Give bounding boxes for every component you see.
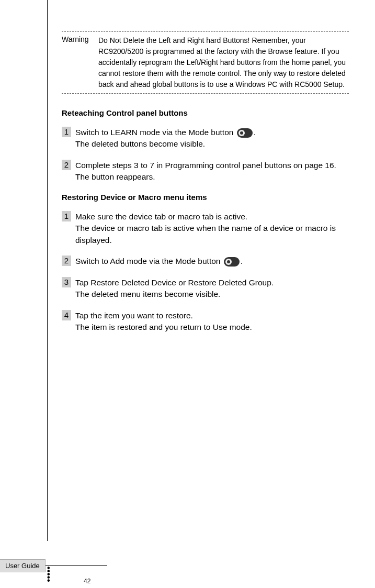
step-text: Make sure the device tab or macro tab is… bbox=[75, 211, 349, 246]
mode-button-icon bbox=[237, 128, 253, 138]
step-text: Complete steps 3 to 7 in Programming con… bbox=[75, 160, 349, 183]
step-result: The item is restored and you return to U… bbox=[75, 323, 252, 331]
vertical-rule bbox=[47, 0, 48, 541]
step-item: 2 Switch to Add mode via the Mode button… bbox=[62, 256, 349, 267]
step-text: Switch to Add mode via the Mode button . bbox=[75, 256, 349, 267]
warning-label: Warning bbox=[62, 35, 98, 90]
warning-box: Warning Do Not Delete the Left and Right… bbox=[62, 31, 349, 94]
warning-text: Do Not Delete the Left and Right hard Bu… bbox=[98, 35, 349, 90]
step-text-after: . bbox=[241, 257, 243, 265]
step-item: 4 Tap the item you want to restore. The … bbox=[62, 310, 349, 334]
footer-dots: ••••• bbox=[47, 567, 50, 582]
step-text: Tap the item you want to restore. The it… bbox=[75, 310, 349, 334]
step-text: Tap Restore Deleted Device or Restore De… bbox=[75, 277, 349, 301]
section-heading-reteaching: Reteaching Control panel buttons bbox=[62, 108, 349, 117]
step-result: The deleted buttons become visible. bbox=[75, 139, 205, 148]
step-item: 3 Tap Restore Deleted Device or Restore … bbox=[62, 277, 349, 301]
mode-button-icon bbox=[224, 257, 240, 267]
step-text-after: . bbox=[254, 128, 256, 137]
step-text-main: Tap the item you want to restore. bbox=[75, 311, 193, 320]
step-item: 2 Complete steps 3 to 7 in Programming c… bbox=[62, 160, 349, 183]
step-number: 1 bbox=[62, 127, 71, 137]
step-result: The button reappears. bbox=[75, 172, 155, 181]
step-number: 2 bbox=[62, 256, 71, 266]
step-number: 4 bbox=[62, 310, 71, 320]
step-result: The device or macro tab is active when t… bbox=[75, 224, 336, 244]
step-text-main: Tap Restore Deleted Device or Restore De… bbox=[75, 278, 274, 287]
section-heading-restoring: Restoring Device or Macro menu items bbox=[62, 193, 349, 202]
footer-label: User Guide bbox=[0, 559, 46, 572]
step-text-before: Switch to LEARN mode via the Mode button bbox=[75, 128, 236, 137]
step-text-main: Complete steps 3 to 7 in Programming con… bbox=[75, 161, 336, 170]
page-number: 42 bbox=[84, 578, 90, 585]
step-result: The deleted menu items become visible. bbox=[75, 290, 220, 298]
step-text-before: Switch to Add mode via the Mode button bbox=[75, 257, 223, 265]
step-text: Switch to LEARN mode via the Mode button… bbox=[75, 127, 349, 150]
step-number: 1 bbox=[62, 211, 71, 221]
step-number: 2 bbox=[62, 160, 71, 170]
step-item: 1 Make sure the device tab or macro tab … bbox=[62, 211, 349, 246]
step-number: 3 bbox=[62, 277, 71, 287]
step-text-main: Make sure the device tab or macro tab is… bbox=[75, 212, 247, 221]
step-item: 1 Switch to LEARN mode via the Mode butt… bbox=[62, 127, 349, 150]
